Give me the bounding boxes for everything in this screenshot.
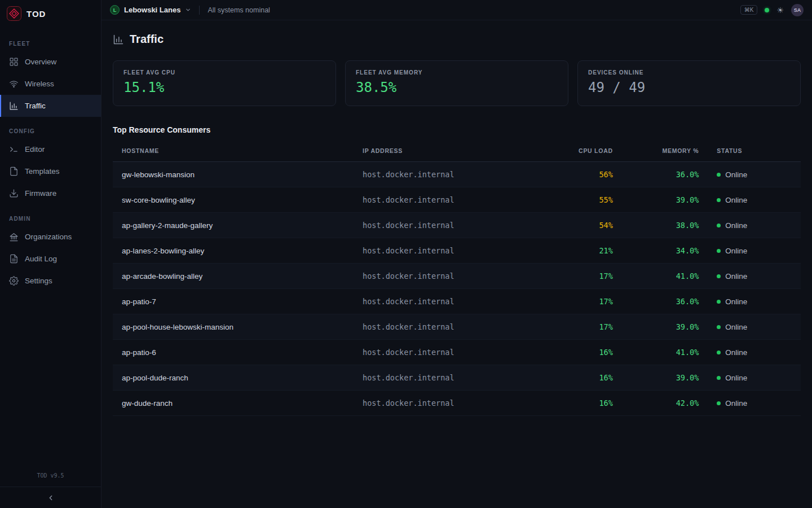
cell-ip-address: host.docker.internal — [354, 314, 539, 340]
table-row[interactable]: ap-pool-dude-ranchhost.docker.internal16… — [113, 365, 801, 391]
column-header-status: STATUS — [708, 140, 801, 162]
cell-cpu-load: 16% — [539, 340, 621, 365]
cell-status: Online — [708, 213, 801, 238]
cell-cpu-load: 56% — [539, 162, 621, 187]
building-icon — [9, 232, 19, 242]
status-label: Online — [725, 196, 747, 204]
table-row[interactable]: ap-pool-house-lebowski-mansionhost.docke… — [113, 314, 801, 340]
cell-status: Online — [708, 187, 801, 213]
table-row[interactable]: ap-lanes-2-bowling-alleyhost.docker.inte… — [113, 238, 801, 264]
cell-hostname: gw-lebowski-mansion — [113, 162, 354, 187]
stat-value: 38.5% — [356, 80, 558, 95]
sidebar: TOD FLEETOverviewWirelessTrafficCONFIGEd… — [0, 0, 102, 508]
sidebar-item-label: Settings — [25, 277, 52, 285]
stat-card-devices-online: DEVICES ONLINE 49 / 49 — [577, 60, 801, 106]
cell-memory-percent: 36.0% — [622, 289, 708, 314]
cell-memory-percent: 38.0% — [622, 213, 708, 238]
cell-ip-address: host.docker.internal — [354, 213, 539, 238]
cell-cpu-load: 16% — [539, 391, 621, 416]
page-header: Traffic — [113, 33, 801, 46]
cell-cpu-load: 17% — [539, 289, 621, 314]
online-status-dot-icon — [717, 325, 721, 329]
stat-card-fleet-avg-cpu: FLEET AVG CPU 15.1% — [113, 60, 336, 106]
sidebar-item-overview[interactable]: Overview — [0, 51, 101, 73]
sidebar-item-traffic[interactable]: Traffic — [0, 95, 101, 117]
cell-memory-percent: 34.0% — [622, 238, 708, 264]
table-row[interactable]: sw-core-bowling-alleyhost.docker.interna… — [113, 187, 801, 213]
table-row[interactable]: gw-lebowski-mansionhost.docker.internal5… — [113, 162, 801, 187]
column-header-memory: MEMORY % — [622, 140, 708, 162]
cell-status: Online — [708, 289, 801, 314]
command-palette-shortcut[interactable]: ⌘K — [740, 5, 758, 15]
online-status-dot-icon — [717, 249, 721, 253]
status-label: Online — [725, 348, 747, 357]
sidebar-item-settings[interactable]: Settings — [0, 270, 101, 292]
table-row[interactable]: ap-arcade-bowling-alleyhost.docker.inter… — [113, 264, 801, 289]
cell-hostname: ap-pool-house-lebowski-mansion — [113, 314, 354, 340]
cell-memory-percent: 39.0% — [622, 314, 708, 340]
table-row[interactable]: ap-patio-6host.docker.internal16%41.0%On… — [113, 340, 801, 365]
column-header-cpu-load: CPU LOAD — [539, 140, 621, 162]
org-switcher[interactable]: L Lebowski Lanes — [110, 5, 191, 15]
cell-cpu-load: 55% — [539, 187, 621, 213]
main-content: Traffic FLEET AVG CPU 15.1% FLEET AVG ME… — [102, 0, 812, 416]
sidebar-item-audit-log[interactable]: Audit Log — [0, 248, 101, 270]
cell-hostname: ap-patio-6 — [113, 340, 354, 365]
user-avatar[interactable]: SA — [791, 4, 804, 16]
cell-ip-address: host.docker.internal — [354, 365, 539, 391]
stat-value: 49 / 49 — [588, 80, 790, 95]
app-version: TOD v9.5 — [0, 467, 101, 487]
topbar: L Lebowski Lanes All systems nominal ⌘K … — [102, 0, 812, 20]
chevron-down-icon — [185, 7, 191, 13]
sidebar-item-label: Overview — [25, 58, 56, 66]
status-label: Online — [725, 221, 747, 230]
file-icon — [9, 167, 19, 176]
table-row[interactable]: ap-gallery-2-maude-galleryhost.docker.in… — [113, 213, 801, 238]
sidebar-item-editor[interactable]: Editor — [0, 138, 101, 160]
page-title: Traffic — [130, 33, 164, 46]
table-row[interactable]: ap-patio-7host.docker.internal17%36.0%On… — [113, 289, 801, 314]
sidebar-item-wireless[interactable]: Wireless — [0, 73, 101, 95]
sidebar-collapse-button[interactable] — [0, 487, 101, 508]
table-header: HOSTNAME IP ADDRESS CPU LOAD MEMORY % ST… — [113, 140, 801, 162]
online-status-dot-icon — [717, 351, 721, 354]
cell-cpu-load: 16% — [539, 365, 621, 391]
chevron-left-icon — [47, 494, 55, 502]
table-row[interactable]: gw-dude-ranchhost.docker.internal16%42.0… — [113, 391, 801, 416]
sidebar-item-label: Audit Log — [25, 255, 57, 263]
bar-chart-icon — [113, 34, 124, 45]
cell-hostname: ap-patio-7 — [113, 289, 354, 314]
stat-label: FLEET AVG CPU — [123, 69, 325, 76]
theme-toggle-sun-icon[interactable]: ☀ — [776, 6, 784, 14]
file-text-icon — [9, 254, 19, 264]
cell-status: Online — [708, 264, 801, 289]
cell-status: Online — [708, 238, 801, 264]
cell-ip-address: host.docker.internal — [354, 162, 539, 187]
table-title: Top Resource Consumers — [113, 125, 801, 134]
sidebar-section-label: ADMIN — [0, 210, 101, 226]
status-label: Online — [725, 272, 747, 281]
sidebar-item-templates[interactable]: Templates — [0, 160, 101, 182]
topbar-actions: ⌘K ☀ SA — [740, 4, 804, 16]
sidebar-item-label: Firmware — [25, 189, 56, 198]
online-status-dot-icon — [717, 198, 721, 202]
cell-ip-address: host.docker.internal — [354, 238, 539, 264]
cell-ip-address: host.docker.internal — [354, 264, 539, 289]
cell-ip-address: host.docker.internal — [354, 391, 539, 416]
wifi-icon — [9, 79, 19, 89]
online-status-dot-icon — [717, 173, 721, 177]
table-body: gw-lebowski-mansionhost.docker.internal5… — [113, 162, 801, 416]
cell-hostname: ap-lanes-2-bowling-alley — [113, 238, 354, 264]
sidebar-item-organizations[interactable]: Organizations — [0, 226, 101, 248]
cell-memory-percent: 36.0% — [622, 162, 708, 187]
sidebar-item-label: Templates — [25, 167, 60, 176]
online-status-dot-icon — [717, 274, 721, 278]
stat-card-fleet-avg-memory: FLEET AVG MEMORY 38.5% — [345, 60, 568, 106]
cell-cpu-load: 17% — [539, 314, 621, 340]
cell-memory-percent: 42.0% — [622, 391, 708, 416]
column-header-ip-address: IP ADDRESS — [354, 140, 539, 162]
column-header-hostname: HOSTNAME — [113, 140, 354, 162]
app-logo[interactable]: TOD — [0, 0, 101, 27]
org-avatar: L — [110, 5, 120, 15]
sidebar-item-firmware[interactable]: Firmware — [0, 182, 101, 204]
